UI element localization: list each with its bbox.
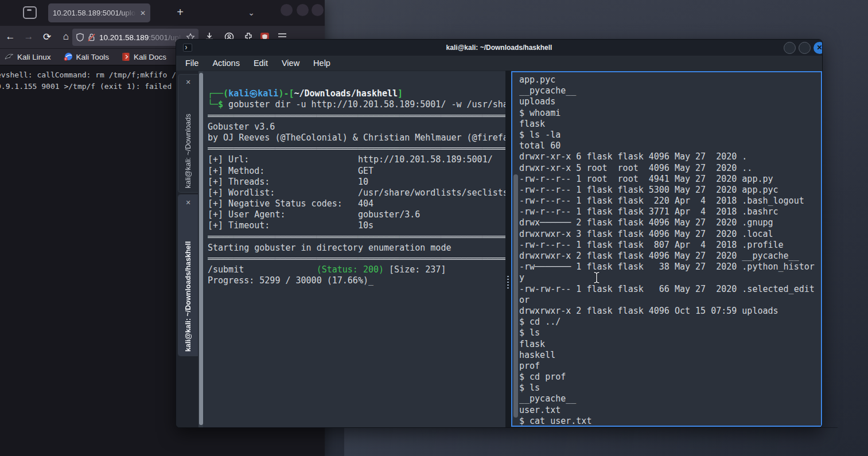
terminal-line: Starting gobuster in directory enumerati… [208,243,505,254]
menu-help[interactable]: Help [313,59,330,68]
terminal-left-pane[interactable]: ┌──(kali㉿kali)-[~/Downloads/haskhell]└─$… [203,71,505,427]
tab-close-icon[interactable]: ✕ [185,79,190,86]
terminal-line: -rw-rw-r-- 1 flask flask 66 May 27 2020 … [519,284,820,295]
terminal-text-segment: ════════════════════════════════════════… [208,232,505,242]
forward-button[interactable]: → [20,28,38,46]
terminal-text-segment: Starting gobuster in directory enumerati… [208,243,451,253]
firefox-view-icon[interactable] [23,6,37,19]
terminal-text-segment: drwxr-xr-x 6 flask flask 4096 May 27 202… [519,151,747,162]
terminal-line: flask [519,339,820,350]
terminal-line: $ ls -la [519,130,820,141]
terminal-line: drwxr-xr-x 6 flask flask 4096 May 27 202… [519,151,820,162]
back-button[interactable]: ← [1,28,20,46]
browser-tab[interactable]: 10.201.58.189:5001/uploads/ ✕ [48,3,150,22]
terminal-line: app.pyc [519,75,820,85]
pane-divider-grip-icon[interactable] [507,276,509,290]
terminal-tab-haskhell[interactable]: ✕ kali@kali: ~/Downloads/haskhell [178,194,198,356]
kali-docs-icon [122,52,130,61]
terminal-text-segment: flask [519,339,545,349]
terminal-tab-downloads[interactable]: ✕ kali@kali: ~/Downloads [178,74,198,193]
lock-insecure-icon[interactable] [87,33,96,42]
terminal-minimize-button[interactable] [784,42,796,54]
terminal-line: $ whoami [519,108,820,119]
left-pane-scrollbar-thumb[interactable] [199,73,203,425]
terminal-line: [+] Url: http://10.201.58.189:5001/ [208,154,505,165]
menu-file[interactable]: File [185,59,198,68]
terminal-text-segment: ] [398,88,403,99]
terminal-line: ┌──(kali㉿kali)-[~/Downloads/haskhell] [208,88,505,99]
terminal-text-segment: user.txt [519,405,560,415]
url-domain: 10.201.58.189 [99,33,149,42]
terminal-line: -rw-r--r-- 1 flask flask 3771 Apr 4 2018… [519,206,820,217]
terminal-text-segment: y [519,272,524,283]
terminal-line: -rw-r--r-- 1 flask flask 807 Apr 4 2018 … [519,240,820,251]
terminal-text-segment: Gobuster v3.6 [208,122,275,132]
terminal-line: ════════════════════════════════════════… [208,111,505,122]
terminal-line: y [519,272,820,283]
tab-close-icon[interactable]: ✕ [138,9,146,17]
bookmark-kali-docs[interactable]: Kali Docs [122,52,166,61]
reload-button[interactable]: ⟳ [38,28,56,46]
bookmark-label: Kali Tools [76,53,110,61]
terminal-line: drwxrwxr-x 3 flask flask 4096 May 27 202… [519,229,820,240]
bookmark-kali-linux[interactable]: Kali Linux [5,53,51,61]
bookmark-kali-tools[interactable]: Kali Tools [64,52,110,61]
terminal-line: ════════════════════════════════════════… [208,143,505,154]
terminal-text-segment: prof [519,361,540,371]
menu-view[interactable]: View [282,59,299,68]
desktop-wallpaper-facet [344,427,838,456]
terminal-line: haskell [519,350,820,361]
terminal-text-segment: app.pyc [519,75,555,85]
terminal-text-segment: -rw-r--r-- 1 flask flask 220 Apr 4 2018 … [519,196,804,206]
terminal-window: ❯ kali@kali: ~/Downloads/haskhell ✕ File… [176,39,823,428]
window-close-button[interactable] [312,4,324,16]
new-tab-button[interactable]: + [172,5,188,21]
menu-actions[interactable]: Actions [212,59,240,68]
terminal-maximize-button[interactable] [799,42,811,54]
terminal-text-segment: $ cd ../ [519,317,560,327]
terminal-text-segment: __pycache__ [519,393,576,404]
terminal-line: -rw-r--r-- 1 root root 4941 May 27 2020 … [519,174,820,185]
terminal-text-segment: /submit [208,264,317,275]
terminal-line: [+] Wordlist: /usr/share/wordlists/secli… [208,188,505,198]
terminal-line: $ cd ../ [519,317,820,328]
pane-divider[interactable] [505,71,511,428]
terminal-text-segment: [+] Method: GET [208,166,373,176]
window-minimize-button[interactable] [281,4,293,16]
terminal-line: $ ls [519,383,820,393]
terminal-text-segment: [+] Wordlist: /usr/share/wordlists/secli… [208,188,505,198]
terminal-text-segment: haskell [519,350,555,360]
firefox-tab-bar: 10.201.58.189:5001/uploads/ ✕ + ⌄ [0,0,325,26]
terminal-titlebar: ❯ kali@kali: ~/Downloads/haskhell ✕ [176,40,822,56]
terminal-text-segment: $ cat user.txt_ [519,416,597,426]
terminal-text-segment: [+] Timeout: 10s [208,220,373,231]
terminal-text-segment: drwxrwxr-x 2 flask flask 4096 Oct 15 07:… [519,306,779,316]
terminal-line: $ cat user.txt_ [519,416,820,427]
terminal-line: /submit (Status: 200) [Size: 237] [208,264,505,275]
tab-close-icon[interactable]: ✕ [185,199,190,206]
menu-edit[interactable]: Edit [254,59,268,68]
terminal-text-segment: -rw─────── 1 flask flask 38 May 27 2020 … [519,262,815,272]
terminal-close-button[interactable]: ✕ [813,42,823,54]
terminal-text-segment: $ whoami [519,108,560,118]
terminal-text-segment: -rw-r--r-- 1 flask flask 3771 Apr 4 2018… [519,206,779,217]
terminal-text-segment: $ ls -la [519,130,560,140]
terminal-text-segment: [+] User Agent: gobuster/3.6 [208,209,420,220]
kali-dragon-icon [5,53,14,61]
window-maximize-button[interactable] [297,4,309,16]
right-pane-scrollbar-thumb[interactable] [513,174,518,418]
terminal-right-pane[interactable]: app.pyc__pycache__uploads$ whoamiflask$ … [511,71,822,427]
terminal-text-segment: -rw-rw-r-- 1 flask flask 66 May 27 2020 … [519,284,815,294]
terminal-text-segment: __pycache__ [519,85,576,96]
terminal-text-segment: ┌──( [208,88,228,99]
terminal-line: -rw─────── 1 flask flask 38 May 27 2020 … [519,262,820,272]
tab-list-chevron-icon[interactable]: ⌄ [244,6,258,20]
terminal-text-segment: -rw-r--r-- 1 root root 4941 May 27 2020 … [519,174,773,184]
mouse-cursor-ibeam [592,271,601,286]
terminal-line: ════════════════════════════════════════… [208,232,505,243]
terminal-text-segment: )-[ [278,88,294,99]
terminal-text-segment: └─$ [208,99,223,110]
terminal-text-segment: [Size: 237] [384,264,446,275]
shield-icon[interactable] [76,33,84,42]
terminal-line: __pycache__ [519,85,820,96]
